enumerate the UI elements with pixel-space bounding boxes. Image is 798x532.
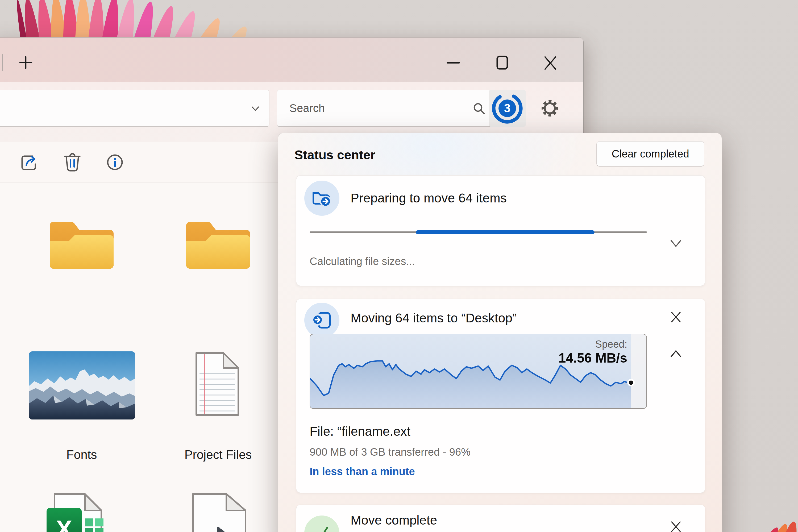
excel-letter: X <box>56 515 72 532</box>
file-tile-image[interactable] <box>29 352 135 419</box>
tab-bar <box>0 38 583 82</box>
info-icon <box>105 152 125 172</box>
close-button[interactable] <box>543 55 558 71</box>
eta-text: In less than a minute <box>310 466 415 477</box>
remaining-band <box>631 334 646 408</box>
plus-icon <box>18 55 33 70</box>
minimize-icon <box>445 55 461 71</box>
file-tile-spreadsheet[interactable]: X <box>45 493 111 532</box>
current-file: File: “filename.ext <box>310 424 411 439</box>
speed-label: Speed: <box>558 338 627 350</box>
folder-icon <box>47 216 116 272</box>
file-tile-text-doc[interactable] <box>194 352 241 417</box>
tab-divider <box>2 54 3 71</box>
new-tab-button[interactable] <box>18 55 34 71</box>
address-bar[interactable] <box>0 90 269 127</box>
folder-icon <box>184 216 253 272</box>
info-button[interactable] <box>103 151 126 174</box>
maximize-icon <box>494 55 510 71</box>
share-button[interactable] <box>18 151 41 174</box>
file-label: Fonts <box>20 447 143 462</box>
maximize-button[interactable] <box>494 55 510 71</box>
chevron-up-icon <box>668 348 683 359</box>
wallpaper-bloom-image <box>0 0 346 38</box>
chevron-down-icon <box>668 238 683 249</box>
checkmark-icon <box>312 523 332 532</box>
file-tile-audio[interactable] <box>191 493 247 532</box>
operation-card-complete: Move complete <box>296 505 705 532</box>
gear-icon <box>539 98 560 119</box>
search-icon[interactable] <box>472 102 486 115</box>
close-icon <box>669 520 682 532</box>
current-point-marker <box>628 380 634 385</box>
close-icon <box>543 55 558 71</box>
image-thumbnail <box>29 352 135 419</box>
transferred-status: 900 MB of 3 GB transferred - 96% <box>310 446 471 458</box>
status-center-title: Status center <box>294 148 375 162</box>
close-icon <box>669 311 682 323</box>
expand-button[interactable] <box>668 238 683 250</box>
text-document-icon <box>194 352 241 417</box>
clear-completed-button[interactable]: Clear completed <box>596 141 704 167</box>
operation-icon-circle <box>304 303 339 338</box>
clear-completed-label: Clear completed <box>611 148 689 160</box>
trash-icon <box>62 151 82 172</box>
screen: 3 <box>0 0 798 532</box>
speed-chart: Speed: 14.56 MB/s <box>310 334 647 409</box>
excel-file-icon: X <box>45 493 111 532</box>
operation-status: Calculating file sizes... <box>310 255 415 267</box>
operation-card-moving: Moving 64 items to “Desktop” <box>296 299 705 493</box>
address-dropdown-chevron-icon[interactable] <box>249 104 261 113</box>
badge-count: 3 <box>504 101 510 115</box>
operation-title: Preparing to move 64 items <box>350 191 507 206</box>
operation-icon-circle <box>304 180 339 216</box>
settings-button[interactable] <box>531 90 568 127</box>
status-center-flyout: Status center Clear completed Preparing … <box>278 133 722 532</box>
delete-button[interactable] <box>61 150 84 173</box>
search-input[interactable] <box>277 90 499 126</box>
progress-indicator <box>416 230 594 234</box>
move-folder-icon <box>311 187 333 209</box>
operation-title: Moving 64 items to “Desktop” <box>350 311 517 326</box>
dismiss-operation-button[interactable] <box>669 311 682 324</box>
file-tile-project-files[interactable] <box>184 216 253 272</box>
audio-file-icon <box>191 493 247 532</box>
speed-value: 14.56 MB/s <box>558 350 627 366</box>
progress-ring-icon: 3 <box>491 92 524 125</box>
move-items-icon <box>311 309 333 331</box>
status-center-badge-button[interactable]: 3 <box>489 90 526 127</box>
operation-title: Move complete <box>350 513 437 528</box>
operation-card-preparing: Preparing to move 64 items Calculating f… <box>296 175 705 286</box>
search-box <box>277 90 499 127</box>
share-icon <box>19 152 39 172</box>
operation-icon-circle <box>304 515 339 532</box>
minimize-button[interactable] <box>445 55 461 71</box>
file-tile-fonts[interactable] <box>47 216 116 272</box>
speed-readout: Speed: 14.56 MB/s <box>558 338 627 366</box>
file-label: Project Files <box>157 447 279 462</box>
dismiss-operation-button[interactable] <box>669 520 682 532</box>
collapse-button[interactable] <box>668 348 683 360</box>
